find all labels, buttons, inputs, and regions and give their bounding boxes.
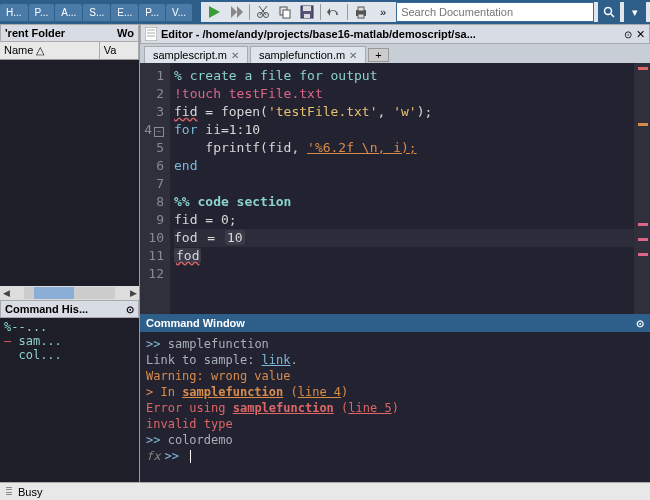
svg-point-15 — [605, 8, 612, 15]
status-text: Busy — [18, 486, 42, 498]
more-icon[interactable]: » — [374, 3, 392, 21]
minimap-mark[interactable] — [638, 238, 648, 241]
scroll-thumb[interactable] — [34, 287, 74, 299]
svg-rect-17 — [145, 27, 157, 41]
line-gutter: 123 4− 567 8910 1112 — [140, 63, 170, 314]
status-bar: ⦙⦙⦙ Busy — [0, 482, 650, 500]
line-link[interactable]: line 5 — [348, 401, 391, 415]
step-button[interactable] — [227, 3, 245, 21]
svg-marker-2 — [237, 6, 243, 18]
dropdown-button[interactable]: ▾ — [624, 2, 646, 22]
scroll-right-icon[interactable]: ▶ — [127, 288, 139, 298]
svg-line-16 — [611, 14, 614, 17]
col-name[interactable]: Name △ — [0, 42, 100, 59]
menu-shortcuts[interactable]: S... — [83, 4, 110, 21]
right-pane: Editor - /home/andy/projects/base16-matl… — [140, 24, 650, 482]
svg-rect-13 — [358, 7, 364, 11]
history-line[interactable]: — sam... — [4, 334, 135, 348]
cursor — [190, 450, 191, 463]
left-pane: 'rent Folder Wo Name △ Va ◀ ▶ Command Hi… — [0, 24, 140, 482]
minimap[interactable] — [634, 63, 650, 314]
function-link[interactable]: samplefunction — [233, 401, 334, 415]
cut-icon[interactable] — [254, 3, 272, 21]
main-area: 'rent Folder Wo Name △ Va ◀ ▶ Command Hi… — [0, 24, 650, 482]
menu-apps[interactable]: A... — [55, 4, 82, 21]
folder-title: 'rent Folder — [5, 27, 65, 39]
editor-header: Editor - /home/andy/projects/base16-matl… — [140, 24, 650, 44]
save-icon[interactable] — [298, 3, 316, 21]
fold-icon[interactable]: − — [154, 127, 164, 137]
minimap-warn[interactable] — [638, 123, 648, 126]
status-grip-icon: ⦙⦙⦙ — [6, 485, 12, 498]
toolbar: » ▾ — [201, 2, 650, 22]
menu-home[interactable]: H... — [0, 4, 28, 21]
run-button[interactable] — [205, 3, 223, 21]
tab-close-icon[interactable]: ✕ — [349, 50, 357, 61]
add-tab-button[interactable]: + — [368, 48, 388, 62]
history-title: Command His... — [5, 303, 88, 315]
separator — [249, 4, 250, 20]
folder-header: 'rent Folder Wo — [0, 24, 139, 42]
code-area[interactable]: % create a file for output !touch testFi… — [170, 63, 634, 314]
folder-body: ◀ ▶ — [0, 60, 139, 300]
tab-label: samplefunction.m — [259, 49, 345, 61]
undo-icon[interactable] — [325, 3, 343, 21]
fx-icon[interactable]: fx — [146, 448, 160, 464]
close-icon[interactable]: ✕ — [636, 28, 645, 41]
editor-icon — [145, 27, 157, 41]
editor-title: Editor - /home/andy/projects/base16-matl… — [161, 28, 620, 40]
minimap-mark[interactable] — [638, 223, 648, 226]
search-input[interactable] — [396, 2, 594, 22]
svg-rect-11 — [304, 14, 310, 18]
file-tab[interactable]: samplefunction.m✕ — [250, 46, 366, 63]
link[interactable]: link — [262, 353, 291, 367]
history-line[interactable]: col... — [4, 348, 135, 362]
tab-label: samplescript.m — [153, 49, 227, 61]
panel-menu-icon[interactable]: ⊙ — [126, 304, 134, 315]
history-line[interactable]: %--... — [4, 320, 135, 334]
col-value[interactable]: Va — [100, 42, 139, 59]
copy-icon[interactable] — [276, 3, 294, 21]
search-button[interactable] — [598, 2, 620, 22]
command-window-body[interactable]: >> samplefunction Link to sample: link. … — [140, 332, 650, 482]
folder-columns: Name △ Va — [0, 42, 139, 60]
command-history-panel: Command His... ⊙ %--... — sam... col... — [0, 300, 139, 482]
command-window-title: Command Window — [146, 317, 245, 329]
editor-menu-icon[interactable]: ⊙ — [624, 29, 632, 40]
svg-rect-10 — [303, 6, 311, 11]
scroll-left-icon[interactable]: ◀ — [0, 288, 12, 298]
menu-publish[interactable]: P... — [139, 4, 165, 21]
file-tab[interactable]: samplescript.m✕ — [144, 46, 248, 63]
minimap-error[interactable] — [638, 67, 648, 70]
svg-marker-1 — [231, 6, 237, 18]
menu-editor[interactable]: E... — [111, 4, 138, 21]
folder-right: Wo — [117, 27, 134, 39]
h-scrollbar[interactable]: ◀ ▶ — [0, 286, 139, 300]
line-link[interactable]: line 4 — [298, 385, 341, 399]
history-header: Command His... ⊙ — [0, 300, 139, 318]
minimap-mark[interactable] — [638, 253, 648, 256]
separator — [347, 4, 348, 20]
menubar: H... P... A... S... E... P... V... » ▾ — [0, 0, 650, 24]
svg-rect-14 — [358, 14, 364, 18]
separator — [320, 4, 321, 20]
function-link[interactable]: samplefunction — [182, 385, 283, 399]
tab-close-icon[interactable]: ✕ — [231, 50, 239, 61]
command-window-header: Command Window ⊙ — [140, 314, 650, 332]
svg-rect-8 — [283, 10, 290, 18]
menu-view[interactable]: V... — [166, 4, 192, 21]
history-body: %--... — sam... col... — [0, 318, 139, 482]
print-icon[interactable] — [352, 3, 370, 21]
menu-plots[interactable]: P... — [29, 4, 55, 21]
panel-menu-icon[interactable]: ⊙ — [636, 318, 644, 329]
svg-marker-0 — [209, 6, 220, 18]
scroll-track[interactable] — [24, 287, 115, 299]
editor-body[interactable]: 123 4− 567 8910 1112 % create a file for… — [140, 63, 650, 314]
tab-bar: samplescript.m✕ samplefunction.m✕ + — [140, 44, 650, 63]
